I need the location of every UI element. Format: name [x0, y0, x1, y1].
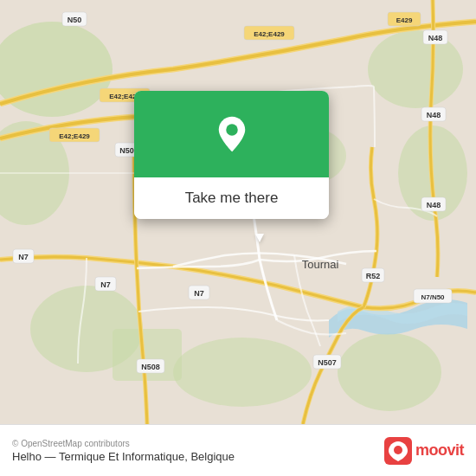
svg-text:E429: E429: [396, 16, 413, 24]
svg-text:N48: N48: [427, 111, 441, 119]
svg-text:N48: N48: [428, 34, 443, 42]
svg-text:N7: N7: [194, 289, 204, 298]
moovit-icon: [384, 437, 412, 465]
location-pin-icon: [213, 115, 251, 153]
svg-text:N50: N50: [68, 16, 82, 24]
take-me-there-button[interactable]: Take me there: [134, 177, 329, 219]
popup-arrow: [255, 234, 264, 242]
svg-point-45: [394, 446, 402, 454]
svg-text:R52: R52: [366, 272, 381, 280]
svg-point-43: [226, 124, 238, 136]
svg-text:N48: N48: [427, 201, 441, 209]
svg-text:N7: N7: [18, 253, 29, 261]
svg-point-4: [368, 30, 463, 108]
location-name: Helho — Termique Et Informatique, Belgiq…: [12, 450, 235, 463]
map-container: N50 N48 E42;E429 E429 E42;E429 E42;E429 …: [0, 0, 476, 424]
svg-text:E42;E429: E42;E429: [59, 132, 90, 140]
moovit-logo: moovit: [384, 437, 464, 465]
popup-green-area: [134, 91, 329, 177]
svg-text:N7/N50: N7/N50: [421, 293, 445, 301]
svg-text:N7: N7: [100, 280, 111, 289]
svg-point-6: [338, 333, 441, 411]
moovit-text: moovit: [415, 441, 464, 460]
svg-text:E42;E429: E42;E429: [254, 30, 285, 38]
footer-left: © OpenStreetMap contributors Helho — Ter…: [12, 439, 235, 463]
svg-text:N507: N507: [318, 358, 337, 367]
popup-card: Take me there: [134, 91, 329, 219]
svg-text:Tournai: Tournai: [302, 258, 339, 271]
svg-text:N508: N508: [141, 363, 160, 371]
footer-bar: © OpenStreetMap contributors Helho — Ter…: [0, 424, 476, 476]
svg-point-7: [173, 338, 312, 407]
osm-attribution: © OpenStreetMap contributors: [12, 439, 235, 448]
